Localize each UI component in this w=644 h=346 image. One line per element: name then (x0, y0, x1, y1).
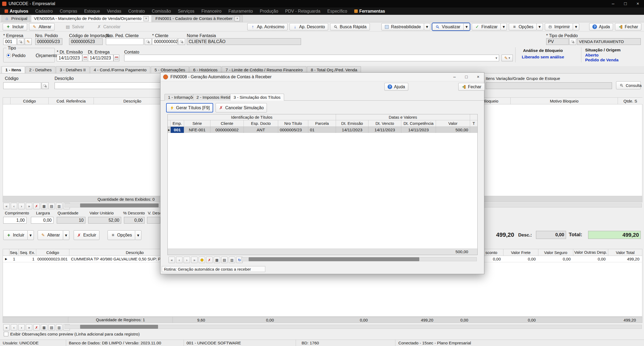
contato-field[interactable]: ▾ (124, 55, 499, 61)
visualizar-button[interactable]: Visualizar (432, 23, 464, 30)
grid1-header-codigo[interactable]: Código (10, 98, 49, 104)
grid2-hscrollbar-thumb[interactable] (80, 325, 158, 329)
opcoes-button[interactable]: ≡Opções (509, 23, 536, 30)
col-serie[interactable]: Série (184, 120, 210, 127)
grid2-header-valor-frete[interactable]: Valor Frete (503, 249, 538, 256)
col-dt-competencia[interactable]: Dt. Competência (401, 120, 436, 127)
tab-detalhes-ii[interactable]: 3 - Detalhes II (56, 66, 90, 73)
col-valor[interactable]: Valor (436, 120, 470, 127)
grid2-cell-outras[interactable]: 0,00 (573, 256, 608, 262)
col-dt-vencto[interactable]: Dt. Vencto (368, 120, 401, 127)
menu-contrato[interactable]: Contrato (125, 8, 148, 15)
tab-close-icon[interactable]: × (144, 16, 149, 21)
cell-serie[interactable]: NFE-001 (184, 127, 210, 133)
valor-unitario-field[interactable]: 52,00 (88, 217, 121, 224)
cell-cliente[interactable]: 0000000002 (210, 127, 244, 133)
col-cliente[interactable]: Cliente (210, 120, 244, 127)
cell-nro-titulo[interactable]: 0000005/23 (278, 127, 308, 133)
dialog-fechar-button[interactable]: Fechar (458, 83, 485, 91)
finalizar-button[interactable]: ✓Finalizar (472, 23, 501, 30)
tab-detalhes[interactable]: 2 - Detalhes (26, 66, 56, 73)
cell-valor[interactable]: 500,00 (436, 127, 470, 133)
col-emp[interactable]: Emp. (171, 120, 184, 127)
nav-export-button[interactable]: ▤ (48, 203, 55, 209)
dialog-tab-simulacao[interactable]: 3 - Simulação dos Títulos (230, 94, 284, 101)
grid2-cell-valor-total[interactable]: 499,20 (608, 256, 642, 262)
nav-first-button[interactable]: « (3, 203, 10, 209)
nav-grid-button[interactable]: ▦ (41, 324, 47, 331)
ap-acrescimo-button[interactable]: ↑Ap. Acréscimo (247, 23, 288, 30)
dt-emissao-calendar-icon[interactable] (82, 55, 88, 61)
grid1-header-motivo-bloqueio[interactable]: Motivo Bloqueio (511, 98, 618, 104)
grid2-header-valor-outras[interactable]: Valor Outras Desp. (573, 249, 608, 256)
nav-export-button[interactable]: ▤ (48, 324, 55, 331)
cell-parcela[interactable]: 01 (308, 127, 336, 133)
comprimento-field[interactable]: 1,00 (3, 217, 27, 224)
dt-emissao-field[interactable]: 14/11/2023 (57, 55, 82, 61)
nav-next-button[interactable]: › (18, 324, 25, 331)
rastreabilidade-button[interactable]: Rastreabilidade (381, 23, 424, 30)
menu-compras[interactable]: Compras (56, 8, 81, 15)
grid1-header-qtde[interactable]: Qtde. S (618, 98, 643, 104)
finalizar-dropdown[interactable]: ▾ (500, 23, 507, 30)
titulo-row[interactable]: ▶ 001 NFE-001 0000000002 ANT 0000005/23 … (168, 127, 477, 133)
maximize-icon[interactable]: □ (619, 0, 632, 8)
item-incluir-button[interactable]: +Incluir (3, 230, 28, 240)
item-opcoes-button[interactable]: ≡Opções (108, 230, 135, 240)
cell-esp-docto[interactable]: ANT (244, 127, 278, 133)
ajuda-button[interactable]: ?Ajuda (589, 23, 613, 30)
radio-pedido[interactable] (6, 53, 11, 58)
empresa-field[interactable]: 001 (3, 38, 17, 45)
nro-ped-cliente-field[interactable] (106, 38, 144, 45)
item-opcoes-dropdown[interactable]: ▾ (135, 230, 141, 240)
imprimir-dropdown[interactable]: ▾ (573, 23, 579, 30)
dt-entrega-calendar-icon[interactable] (113, 55, 119, 61)
cliente-field[interactable]: 0000000002 (152, 38, 178, 45)
cell-dt-emissao[interactable]: 14/11/2023 (336, 127, 368, 133)
empresa-lookup-button[interactable] (17, 38, 24, 45)
desconto-field[interactable]: 0,00 (124, 217, 145, 224)
rastreabilidade-dropdown[interactable]: ▾ (424, 23, 430, 30)
menu-estoque[interactable]: Estoque (81, 8, 103, 15)
menu-pdv-retaguarda[interactable]: PDV - Retaguarda (282, 8, 324, 15)
menu-comissao[interactable]: Comissão (148, 8, 174, 15)
preview-checkbox[interactable] (4, 332, 8, 336)
cell-dt-vencto[interactable]: 14/11/2023 (368, 127, 401, 133)
tab-itens[interactable]: 1 - Itens (2, 66, 25, 73)
alterar-button[interactable]: ✎Alterar (29, 23, 55, 30)
v-desc-field[interactable] (147, 217, 160, 224)
item-codigo-lookup-button[interactable] (42, 82, 49, 89)
opcoes-dropdown[interactable]: ▾ (536, 23, 543, 30)
nav-print-button[interactable]: ▥ (229, 257, 235, 263)
nav-next-button[interactable]: › (18, 203, 25, 209)
menu-arquivos[interactable]: Arquivos (1, 8, 32, 15)
grid2-cell-frete[interactable]: 0,00 (503, 256, 538, 262)
menu-vendas[interactable]: Vendas (103, 8, 125, 15)
nav-first-button[interactable]: « (169, 257, 175, 263)
nav-print-button[interactable]: ▥ (56, 203, 62, 209)
item-alterar-button[interactable]: ✎Alterar (38, 230, 63, 240)
tab-fin0001[interactable]: FIN0001 - Cadastro de Contas à Receber × (152, 15, 243, 22)
cell-dt-competencia[interactable]: 14/11/2023 (401, 127, 436, 133)
imprimir-button[interactable]: Imprimir (545, 23, 573, 30)
menu-financeiro[interactable]: Financeiro (198, 8, 225, 15)
quantidade-field[interactable]: 10 (57, 217, 85, 224)
nav-prev-button[interactable]: ‹ (11, 324, 17, 331)
cell-emp[interactable]: 001 (171, 127, 184, 133)
nav-last-button[interactable]: » (26, 324, 32, 331)
grid2-header-valor-total[interactable]: Valor Total (608, 249, 642, 256)
fechar-button[interactable]: Fechar (615, 23, 641, 30)
salvar-button[interactable]: ▤Salvar (62, 23, 87, 30)
menu-ferramentas[interactable]: Ferramentas (351, 8, 389, 15)
item-incluir-dropdown[interactable]: ▾ (27, 230, 34, 240)
item-alterar-dropdown[interactable]: ▾ (63, 230, 69, 240)
menu-cadastro[interactable]: Cadastro (32, 8, 56, 15)
nav-delete-button[interactable]: ✗ (33, 203, 40, 209)
nav-last-button[interactable]: » (191, 257, 198, 263)
consulta-button[interactable]: Consulta (616, 81, 641, 89)
contato-side-button[interactable]: ✎ ▾ (502, 55, 513, 61)
dialog-hscrollbar-thumb[interactable] (249, 257, 419, 261)
nav-first-button[interactable]: « (3, 324, 10, 331)
menu-producao[interactable]: Produção (256, 8, 282, 15)
contato-dropdown-icon[interactable]: ▾ (495, 56, 497, 60)
